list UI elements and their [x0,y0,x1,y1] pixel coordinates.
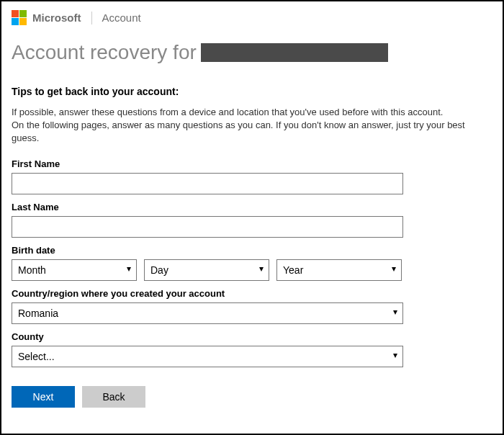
county-select[interactable]: Select... [12,346,403,367]
first-name-label: First Name [12,158,492,169]
tips-body: If possible, answer these questions from… [12,106,492,145]
header: Microsoft Account [12,10,492,25]
birth-date-row: Month Day Year [12,259,492,281]
tips-line-2: On the following pages, answer as many q… [12,119,492,145]
tips-line-1: If possible, answer these questions from… [12,106,492,119]
birth-date-label: Birth date [12,245,492,256]
back-button[interactable]: Back [82,386,145,408]
button-row: Next Back [12,386,492,408]
birth-month-select[interactable]: Month [12,259,137,281]
last-name-input[interactable] [12,216,403,238]
country-select[interactable]: Romania [12,302,403,324]
first-name-input[interactable] [12,173,403,194]
header-divider [91,12,92,24]
birth-day-select[interactable]: Day [144,259,269,281]
microsoft-logo-icon [12,10,27,25]
county-label: County [12,331,492,342]
page-frame: Microsoft Account Account recovery for T… [0,0,504,435]
tips-heading: Tips to get back into your account: [12,86,492,97]
birth-year-select[interactable]: Year [276,259,402,281]
page-title: Account recovery for [12,41,492,64]
redacted-account-name [201,43,388,62]
next-button[interactable]: Next [12,386,75,408]
header-section: Account [102,12,141,24]
last-name-label: Last Name [12,202,492,212]
brand-name: Microsoft [32,12,81,24]
country-label: Country/region where you created your ac… [12,288,492,299]
page-title-text: Account recovery for [12,41,197,64]
